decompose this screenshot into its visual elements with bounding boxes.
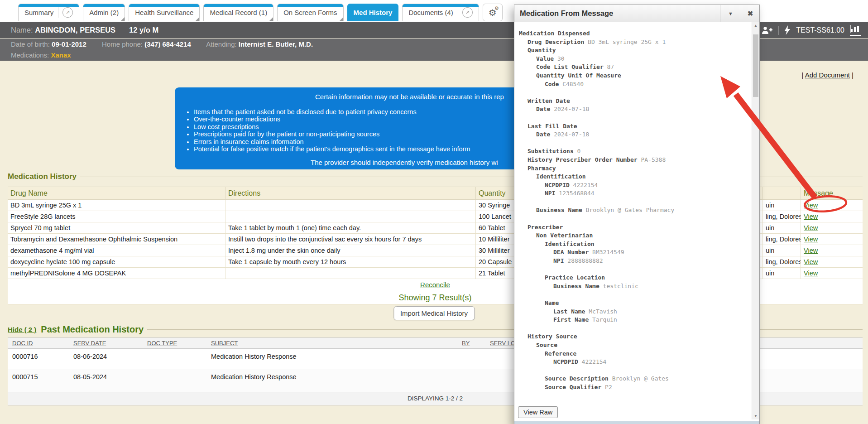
drug-name-cell: methylPREDNISolone 4 MG DOSEPAK [8,268,225,279]
med-history-screen: Summary↗Admin (2)Health SurveillanceMedi… [0,0,868,424]
dialog-footer: View Raw [518,406,558,418]
hide-toggle-link[interactable]: Hide ( 2 ) [8,326,36,333]
directions-cell: Take 1 capsule by mouth every 12 hours [225,256,475,267]
drug-name-cell: Tobramycin and Dexamethasone Ophthalmic … [8,234,225,245]
drug-name-cell: dexamethasone 4 mg/ml vial [8,245,225,256]
prescriber-cell: uin [762,268,801,279]
tab-documents-4[interactable]: Documents (4)↗ [402,4,479,21]
tab-on-screen-forms[interactable]: On Screen Forms [277,4,343,21]
detail-line: Source Qualifier P2 [519,383,752,392]
view-message-link[interactable]: View [804,202,818,209]
message-cell: View [801,211,863,222]
view-message-link[interactable]: View [804,258,818,265]
popout-icon[interactable]: ↗ [462,7,473,18]
add-person-icon[interactable] [761,26,773,35]
past-col-header[interactable]: BY [457,338,485,348]
past-col-header[interactable]: SERV DATE [69,338,143,348]
patient-name: ABINGDON, PERSEUS [35,26,115,34]
med-col-header: Directions [225,187,475,199]
detail-line: Non Veterinarian [519,231,752,240]
detail-line: Business Name Brooklyn @ Gates Pharmacy [519,206,752,215]
tab-admin-2[interactable]: Admin (2) [83,4,125,21]
detail-line: Drug Description BD 3mL syringe 25G x 1 [519,38,752,47]
medications-value[interactable]: Xanax [51,51,71,59]
tab-label: Documents (4) [408,9,453,16]
reconcile-link[interactable]: Reconcile [420,281,450,289]
past-cell [457,349,485,369]
past-cell [143,369,206,392]
pipe: | [850,71,854,79]
detail-line: Date 2024-07-18 [519,130,752,139]
message-cell: View [801,222,863,233]
chart-icon[interactable] [850,25,861,36]
tab-label: Medical Record (1) [210,9,267,16]
scrollbar-thumb[interactable] [753,34,758,97]
detail-line: Quantity Unit Of Measure [519,72,752,80]
view-message-link[interactable]: View [804,236,818,243]
detail-line: DEA Number BM3214549 [519,248,752,257]
drug-name-cell: FreeStyle 28G lancets [8,211,225,222]
view-message-link[interactable]: View [804,270,818,277]
directions-cell [225,211,475,222]
detail-line: NCPDPID 4222154 [519,181,752,190]
dialog-header: Medication From Message ▼ ✖ [514,5,759,22]
tab-label: Med History [354,9,393,16]
detail-line: Name [519,299,752,308]
popout-icon[interactable]: ↗ [62,7,73,18]
drug-name-cell: Sprycel 70 mg tablet [8,222,225,233]
past-cell: 08-06-2024 [69,349,143,369]
chevron-down-icon[interactable]: ▼ [720,5,741,22]
detail-line: Pharmacy [519,164,752,173]
drug-name-cell: doxycycline hyclate 100 mg capsule [8,256,225,267]
past-cell: Medication History Response [206,369,457,392]
message-cell: View [801,234,863,245]
prescriber-cell: uin [762,200,801,211]
blank-line [519,114,752,122]
past-cell: 08-05-2024 [69,369,143,392]
dropdown-fold-icon [269,17,273,21]
directions-cell: Instill two drops into the conjunctival … [225,234,475,245]
tab-health-surveillance[interactable]: Health Surveillance [129,4,200,21]
dropdown-fold-icon [340,17,343,21]
scroll-down-icon[interactable]: ▼ [752,412,759,419]
message-cell: View [801,200,863,211]
phone-label: Home phone: [102,40,143,48]
view-message-link[interactable]: View [804,224,818,231]
attending-label: Attending: [206,40,237,48]
directions-cell [225,268,475,279]
prescriber-cell: uin [762,222,801,233]
detail-line: Written Date [519,97,752,106]
view-message-link[interactable]: View [804,213,818,220]
tab-label: On Screen Forms [283,9,337,16]
prescriber-cell: ling, Dolores [762,234,801,245]
past-col-header[interactable]: DOC TYPE [143,338,206,348]
tab-med-history[interactable]: Med History [347,4,399,21]
tab-summary[interactable]: Summary↗ [18,4,79,21]
view-raw-button[interactable]: View Raw [518,406,558,418]
dialog-title: Medication From Message [514,5,720,22]
scroll-up-icon[interactable]: ▲ [752,22,759,29]
name-label: Name: [11,26,33,34]
directions-cell [225,200,475,211]
past-medication-history-legend: Past Medication History [41,324,144,335]
add-document-link[interactable]: Add Document [805,71,850,79]
settings-gear-button[interactable]: ⚙⚙ [483,4,503,21]
medication-history-legend: Medication History [8,172,77,181]
medications-label: Medications: [11,51,49,59]
blank-line [519,265,752,274]
gear-icon: ⚙ [494,6,499,11]
view-message-link[interactable]: View [804,247,818,254]
detail-line: Identification [519,240,752,249]
import-medical-history-button[interactable]: Import Medical History [393,306,475,320]
detail-line: NCPDPID 4222154 [519,358,752,366]
close-icon[interactable]: ✖ [741,5,759,22]
past-col-header[interactable]: DOC ID [8,338,69,348]
dialog-scrollbar[interactable]: ▲ ▼ [752,22,759,419]
lightning-icon[interactable] [784,25,791,35]
tab-label: Health Surveillance [135,9,193,16]
patient-tabs: Summary↗Admin (2)Health SurveillanceMedi… [18,4,503,21]
detail-line: Quantity [519,46,752,55]
detail-line: Substitutions 0 [519,147,752,156]
past-col-header[interactable]: SUBJECT [206,338,457,348]
tab-medical-record-1[interactable]: Medical Record (1) [203,4,273,21]
